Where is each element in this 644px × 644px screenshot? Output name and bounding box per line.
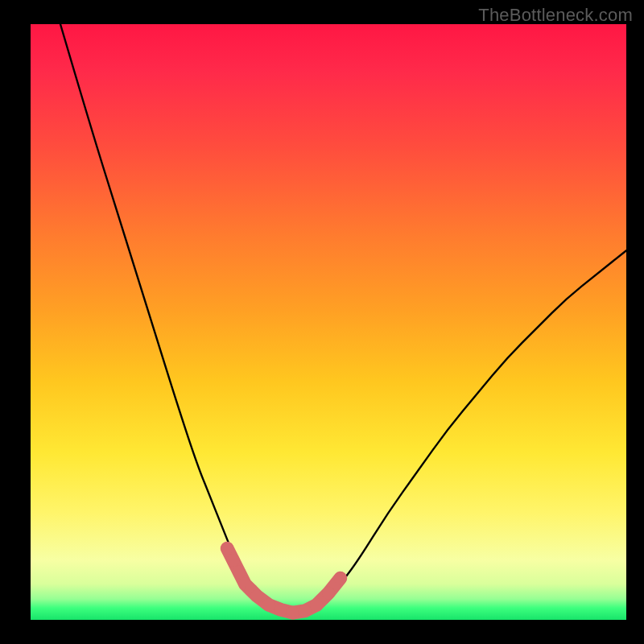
- marker-dot: [262, 599, 275, 612]
- curve-left-branch: [60, 24, 293, 614]
- marker-dot: [233, 566, 246, 579]
- marker-dot: [334, 572, 347, 584]
- marker-dot: [322, 587, 335, 600]
- curve-path: [60, 24, 293, 614]
- marker-dot: [310, 599, 323, 612]
- chart-svg: [31, 24, 626, 620]
- plot-area: [31, 24, 626, 620]
- marker-cluster-left: [221, 542, 299, 619]
- marker-dot: [250, 589, 263, 602]
- marker-dot: [221, 542, 233, 555]
- marker-dot: [227, 554, 240, 567]
- watermark-text: TheBottleneck.com: [478, 5, 633, 26]
- curve-right-branch: [293, 250, 626, 613]
- marker-dot: [287, 606, 299, 619]
- marker-dot: [275, 603, 287, 616]
- marker-cluster-right: [287, 572, 347, 619]
- chart-frame: TheBottleneck.com: [0, 0, 644, 644]
- marker-dot: [298, 605, 311, 617]
- curve-path: [293, 250, 626, 613]
